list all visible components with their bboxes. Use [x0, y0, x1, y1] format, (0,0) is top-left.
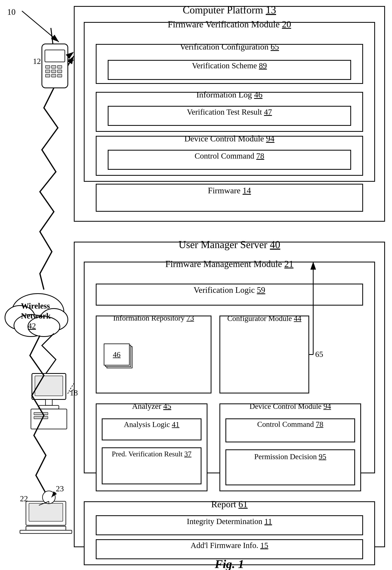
integrity-determination-title: Integrity Determination 11 — [96, 517, 363, 526]
svg-rect-28 — [39, 405, 59, 409]
svg-point-17 — [12, 294, 64, 330]
verification-configuration-title: Verification Configuration 65 — [96, 42, 363, 52]
verification-test-result-title: Verification Test Result 47 — [108, 107, 351, 117]
permission-decision-title: Permission Decision 95 — [225, 452, 355, 462]
svg-rect-31 — [34, 416, 48, 419]
addl-firmware-info-title: Add'l Firmware Info. 15 — [96, 541, 363, 550]
svg-point-38 — [42, 491, 55, 504]
analyzer-title: Analyzer 45 — [96, 402, 208, 411]
svg-rect-5 — [45, 50, 65, 62]
main-diagram: 10 Computer Platform 13 Firmware Verific… — [0, 0, 392, 570]
svg-line-48 — [69, 383, 74, 391]
figure-caption: Fig. 1 — [74, 557, 385, 570]
svg-rect-37 — [20, 530, 72, 533]
svg-rect-9 — [45, 70, 50, 73]
svg-point-20 — [14, 315, 48, 337]
firmware-verification-module-title: Firmware Verification Module 20 — [84, 19, 375, 30]
configurator-module-title: Configurator Module 44 — [219, 314, 309, 323]
firmware-title: Firmware 14 — [96, 186, 363, 195]
svg-text:23: 23 — [56, 484, 64, 493]
verification-logic-title: Verification Logic 59 — [96, 285, 363, 295]
ref-65-label: 65 — [315, 349, 323, 359]
ref-10-label: 10 — [7, 7, 15, 17]
svg-rect-12 — [45, 74, 50, 77]
svg-rect-35 — [29, 503, 63, 521]
svg-text:Wireless: Wireless — [21, 301, 50, 310]
information-log-title: Information Log 46 — [96, 90, 363, 99]
configurator-module-box — [219, 315, 309, 393]
verification-scheme-title: Verification Scheme 89 — [108, 61, 351, 70]
svg-line-16 — [68, 60, 74, 64]
report-title: Report 61 — [84, 499, 375, 510]
svg-line-2 — [22, 11, 59, 42]
user-manager-server-title: User Manager Server 40 — [74, 239, 385, 250]
svg-rect-11 — [57, 70, 62, 73]
svg-rect-8 — [57, 65, 62, 68]
svg-point-21 — [28, 316, 60, 337]
svg-line-47 — [69, 52, 74, 56]
svg-text:Network: Network — [21, 311, 51, 320]
svg-text:12: 12 — [33, 57, 41, 66]
device-control-module-bottom-title: Device Control Module 94 — [219, 402, 361, 411]
pred-verification-result-title: Pred. Verification Result 37 — [102, 449, 201, 459]
svg-rect-6 — [45, 65, 50, 68]
svg-line-4 — [51, 28, 53, 44]
svg-rect-26 — [35, 376, 63, 396]
control-command-bottom-title: Control Command 78 — [225, 420, 355, 429]
analysis-logic-title: Analysis Logic 41 — [102, 420, 201, 429]
svg-rect-13 — [52, 74, 56, 77]
svg-point-18 — [5, 306, 35, 330]
svg-line-44 — [68, 58, 74, 60]
svg-rect-10 — [52, 70, 56, 73]
svg-rect-25 — [32, 374, 66, 399]
control-command-top-title: Control Command 78 — [108, 151, 351, 161]
svg-text:22: 22 — [20, 494, 28, 503]
svg-rect-27 — [45, 399, 52, 405]
svg-point-19 — [40, 309, 68, 330]
svg-text:42: 42 — [28, 321, 36, 330]
svg-rect-14 — [57, 74, 62, 77]
svg-line-43 — [52, 492, 56, 497]
svg-line-33 — [68, 390, 74, 393]
firmware-management-module-title: Firmware Management Module 21 — [84, 259, 375, 269]
svg-rect-34 — [26, 501, 66, 525]
device-control-module-top-title: Device Control Module 94 — [96, 134, 363, 143]
page-item-1: 46 — [104, 344, 130, 365]
svg-line-40 — [39, 501, 49, 505]
computer-platform-title: Computer Platform 13 — [74, 4, 385, 16]
svg-rect-36 — [26, 526, 66, 531]
svg-rect-7 — [52, 65, 56, 68]
svg-rect-30 — [34, 412, 48, 415]
svg-rect-29 — [31, 409, 67, 429]
svg-rect-3 — [42, 44, 68, 88]
information-repository-title: Information Repository 73 — [96, 314, 211, 323]
